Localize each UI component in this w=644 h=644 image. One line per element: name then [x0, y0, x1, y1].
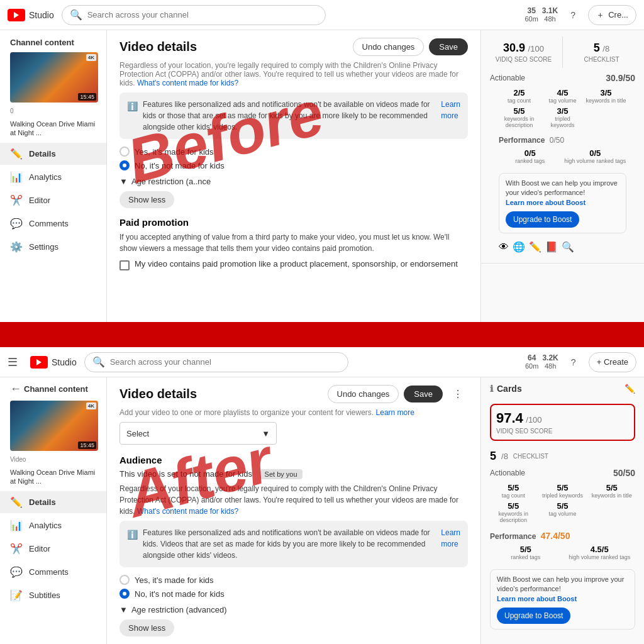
bottom-perf-section: Performance 47.4/50	[481, 527, 644, 545]
editor-icon: ✂️	[10, 194, 23, 206]
bottom-playlist-desc: Add your video to one or more playlists …	[119, 408, 468, 417]
bottom-cards-info-icon: ℹ	[490, 384, 493, 394]
top-boost-box: With Boost we can help you improve your …	[499, 173, 626, 233]
bottom-radio-yes[interactable]: Yes, it's made for kids	[119, 575, 468, 585]
top-show-less-button[interactable]: Show less	[119, 191, 174, 208]
bottom-analytics-icon: 📊	[10, 519, 23, 531]
top-radio-no[interactable]: No, it's not made for kids	[119, 160, 468, 170]
bottom-nav-analytics[interactable]: 📊 Analytics	[0, 514, 106, 536]
eye-icon: 👁	[499, 242, 509, 253]
bottom-metrics-grid: 5/5 tag count 5/5 tripled keywords 5/5 k…	[481, 483, 644, 527]
bottom-playlist-select[interactable]: Select ▼	[119, 422, 277, 445]
bottom-ranked-tags-box: 5/5 ranked tags	[490, 545, 562, 560]
stat-48h: 3.1K 48h	[542, 6, 558, 24]
bottom-nav-details[interactable]: ✏️ Details	[0, 491, 106, 513]
bottom-search-bar[interactable]: 🔍	[84, 352, 348, 372]
top-actionable-bar: Actionable 30.9/50	[490, 73, 635, 83]
bottom-metric-0: 5/5 tag count	[490, 483, 536, 499]
top-metrics-grid: 2/5 tag count 4/5 tag volume 3/5 keyword…	[490, 88, 635, 132]
bottom-coppa-link[interactable]: What's content made for kids?	[137, 507, 238, 516]
top-nav-details[interactable]: ✏️ Details	[0, 143, 106, 165]
bottom-playlist-link[interactable]: Learn more	[376, 408, 414, 417]
top-ranked-tags: 0/5 ranked tags 0/5 high volume ranked t…	[490, 148, 635, 169]
bottom-header: ☰ Studio 🔍 64 60m 3.2K 48h ? + Create	[0, 347, 644, 377]
top-stats: 35 60m 3.1K 48h	[525, 6, 558, 24]
top-nav-settings[interactable]: ⚙️ Settings	[0, 236, 106, 258]
top-info-box: ℹ️ Features like personalized ads and no…	[119, 92, 468, 139]
bottom-vidiq-score-num: 97.4 /100	[496, 410, 629, 426]
hamburger-icon[interactable]: ☰	[8, 355, 18, 369]
help-button[interactable]: ?	[564, 6, 582, 24]
bottom-audience-section: Audience This video is set to not made f…	[119, 455, 468, 644]
bottom-radio-no-circle	[119, 589, 130, 599]
bottom-vidiq-label: VIDIQ SEO SCORE	[496, 428, 629, 435]
top-create-button[interactable]: ＋ Cre...	[588, 5, 636, 25]
top-thumb-badge: 4K	[86, 54, 96, 61]
bottom-upgrade-button[interactable]: Upgrade to Boost	[497, 608, 570, 624]
bottom-info-link[interactable]: Learn more	[441, 527, 460, 561]
bottom-create-button[interactable]: + Create	[589, 352, 636, 372]
top-nav-comments[interactable]: 💬 Comments	[0, 213, 106, 235]
bottom-coppa-text: Regardless of your location, you're lega…	[119, 483, 468, 517]
top-age-restriction[interactable]: ▼ Age restriction (a..nce	[119, 177, 468, 186]
details-icon: ✏️	[10, 148, 23, 160]
bottom-boost-link[interactable]: Learn more about Boost	[497, 595, 577, 602]
bottom-search-input[interactable]	[110, 357, 340, 367]
top-undo-button[interactable]: Undo changes	[353, 38, 425, 56]
bottom-nav-subtitles[interactable]: 📝 Subtitles	[0, 584, 106, 606]
bottom-cards-edit-icon[interactable]: ✏️	[625, 384, 635, 394]
search-input[interactable]	[87, 10, 318, 19]
bottom-sidebar-nav: ✏️ Details 📊 Analytics ✂️ Editor 💬 Comme…	[0, 489, 106, 609]
top-info-link[interactable]: Learn more	[441, 99, 460, 133]
top-search-bar[interactable]: 🔍	[62, 5, 326, 25]
top-page-title: Video details	[119, 40, 197, 54]
top-paid-promo-checkbox[interactable]: My video contains paid promotion like a …	[119, 259, 468, 270]
top-ranked-tags-box: 0/5 ranked tags	[499, 148, 562, 164]
top-vidiq-section: 30.9 /100 VIDIQ SEO SCORE 5 /8 CHECKLIST	[481, 30, 644, 264]
top-nav-analytics[interactable]: 📊 Analytics	[0, 166, 106, 188]
create-icon: ＋	[596, 9, 604, 21]
score-divider	[562, 36, 563, 68]
bottom-undo-button[interactable]: Undo changes	[328, 385, 399, 403]
top-coppa-link[interactable]: What's content made for kids?	[137, 79, 238, 87]
top-metric-2: 3/5 keywords in title	[586, 88, 626, 104]
bottom-nav-comments[interactable]: 💬 Comments	[0, 561, 106, 583]
bottom-content-body: Add your video to one or more playlists …	[107, 408, 480, 644]
back-arrow-icon[interactable]: ←	[10, 382, 21, 396]
stat-60m: 35 60m	[525, 6, 538, 24]
bottom-set-by-you-badge: Set by you	[260, 469, 303, 479]
top-metric-3: 5/5 keywords in description	[499, 106, 540, 128]
bottom-age-restriction[interactable]: ▼ Age restriction (advanced)	[119, 605, 468, 614]
bottom-search-icon: 🔍	[92, 356, 105, 368]
bottom-cards-header: ℹ Cards ✏️	[481, 377, 644, 397]
bottom-stats: 64 60m 3.2K 48h	[525, 353, 558, 371]
top-vidiq-label: VIDIQ SEO SCORE	[492, 56, 555, 63]
bottom-help-button[interactable]: ?	[565, 353, 582, 371]
bottom-header-right: 64 60m 3.2K 48h ? + Create	[525, 352, 636, 372]
bottom-show-less-button[interactable]: Show less	[119, 619, 174, 636]
top-logo: Studio	[8, 9, 54, 21]
bottom-youtube-logo-icon	[30, 356, 48, 369]
top-save-button[interactable]: Save	[429, 38, 468, 55]
top-perf-section: Performance 0/50	[490, 132, 635, 148]
top-upgrade-button[interactable]: Upgrade to Boost	[506, 211, 579, 228]
bottom-three-dot-button[interactable]: ⋮	[448, 386, 468, 402]
top-paid-promo-title: Paid promotion	[119, 217, 468, 228]
top-boost-link[interactable]: Learn more about Boost	[506, 199, 586, 206]
top-checkbox-box	[119, 260, 130, 270]
youtube-logo-icon	[8, 9, 25, 21]
bottom-save-button[interactable]: Save	[404, 386, 443, 402]
pencil-icon: ✏️	[529, 241, 541, 253]
bottom-editor-icon: ✂️	[10, 543, 23, 555]
bottom-nav-editor[interactable]: ✂️ Editor	[0, 538, 106, 560]
bottom-kids-status: This video is set to not made for kids S…	[119, 469, 468, 479]
top-nav-editor[interactable]: ✂️ Editor	[0, 189, 106, 211]
bottom-radio-no[interactable]: No, it's not made for kids	[119, 589, 468, 599]
bottom-page-title: Video details	[119, 387, 197, 401]
top-radio-yes[interactable]: Yes, it's made for kids	[119, 147, 468, 157]
bottom-info-icon: ℹ️	[127, 528, 138, 561]
top-checklist-num: 5 /8	[570, 42, 633, 55]
bottom-ranked-tags: 5/5 ranked tags 4.5/5 high volume ranked…	[481, 545, 644, 565]
analytics-icon: 📊	[10, 171, 23, 183]
bottom-sidebar-top: ← Channel content	[0, 377, 106, 401]
